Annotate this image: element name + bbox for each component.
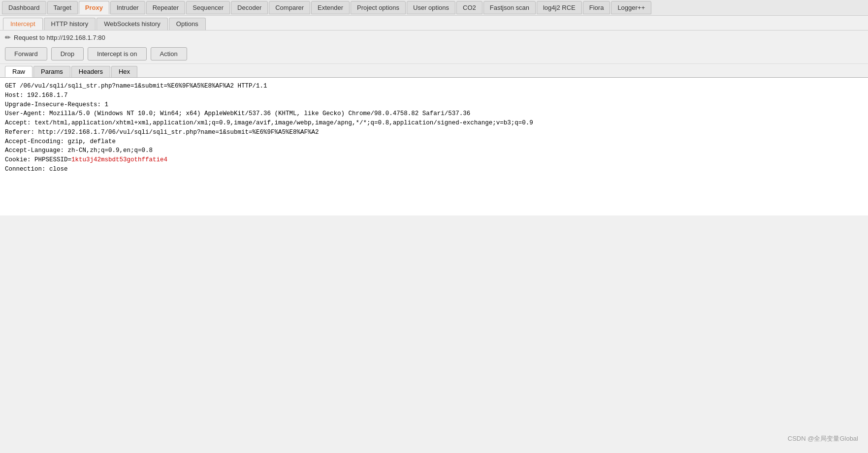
inner-tab-headers[interactable]: Headers xyxy=(71,66,110,77)
top-tab-fiora[interactable]: Fiora xyxy=(583,1,611,14)
action-button[interactable]: Action xyxy=(151,47,187,60)
forward-button[interactable]: Forward xyxy=(5,47,47,60)
action-bar: ForwardDropIntercept is onAction xyxy=(0,44,868,64)
request-line-2: Upgrade-Insecure-Requests: 1 xyxy=(5,100,863,110)
sub-tab-http-history[interactable]: HTTP history xyxy=(44,18,96,30)
request-line-8: Cookie: PHPSESSID=1ktu3j42msbdt53gothffa… xyxy=(5,155,863,165)
top-tab-sequencer[interactable]: Sequencer xyxy=(186,1,230,14)
sub-tab-intercept[interactable]: Intercept xyxy=(3,18,43,30)
request-line-4: Accept: text/html,application/xhtml+xml,… xyxy=(5,119,863,128)
top-tab-co2[interactable]: CO2 xyxy=(456,1,482,14)
top-tab-fastjson-scan[interactable]: Fastjson scan xyxy=(483,1,536,14)
inner-tab-params[interactable]: Params xyxy=(33,66,70,77)
sub-tab-websockets-history[interactable]: WebSockets history xyxy=(96,18,168,30)
inner-tab-hex[interactable]: Hex xyxy=(111,66,137,77)
top-tab-user-options[interactable]: User options xyxy=(407,1,455,14)
top-tab-target[interactable]: Target xyxy=(47,1,78,14)
top-tab-repeater[interactable]: Repeater xyxy=(146,1,185,14)
inner-tab-raw[interactable]: Raw xyxy=(5,66,32,77)
request-line-7: Accept-Language: zh-CN,zh;q=0.9,en;q=0.8 xyxy=(5,146,863,155)
request-info: ✏ Request to http://192.168.1.7:80 xyxy=(0,30,868,44)
request-info-text: Request to http://192.168.1.7:80 xyxy=(14,34,105,41)
top-tab-proxy[interactable]: Proxy xyxy=(79,1,109,14)
top-tab-extender[interactable]: Extender xyxy=(311,1,350,14)
cookie-value: 1ktu3j42msbdt53gothffatie4 xyxy=(71,156,167,163)
top-tab-project-options[interactable]: Project options xyxy=(351,1,406,14)
top-tab-log4j2-rce[interactable]: log4j2 RCE xyxy=(537,1,582,14)
sub-tab-options[interactable]: Options xyxy=(169,18,206,30)
request-body[interactable]: GET /06/vul/sqli/sqli_str.php?name=1&sub… xyxy=(0,78,868,215)
request-line-9: Connection: close xyxy=(5,165,863,174)
cookie-key: Cookie: PHPSESSID= xyxy=(5,156,71,163)
request-line-6: Accept-Encoding: gzip, deflate xyxy=(5,137,863,147)
top-tab-logger++[interactable]: Logger++ xyxy=(611,1,651,14)
request-line-3: User-Agent: Mozilla/5.0 (Windows NT 10.0… xyxy=(5,109,863,119)
sub-tab-bar: InterceptHTTP historyWebSockets historyO… xyxy=(0,16,868,30)
drop-button[interactable]: Drop xyxy=(51,47,84,60)
request-line-5: Referer: http://192.168.1.7/06/vul/sqli/… xyxy=(5,128,863,137)
top-tab-intruder[interactable]: Intruder xyxy=(110,1,145,14)
pencil-icon: ✏ xyxy=(5,33,11,41)
top-tab-dashboard[interactable]: Dashboard xyxy=(2,1,46,14)
top-tab-decoder[interactable]: Decoder xyxy=(231,1,268,14)
inner-tab-bar: RawParamsHeadersHex xyxy=(0,64,868,78)
intercept-button[interactable]: Intercept is on xyxy=(88,47,147,60)
top-tab-comparer[interactable]: Comparer xyxy=(269,1,310,14)
top-tab-bar: DashboardTargetProxyIntruderRepeaterSequ… xyxy=(0,0,868,16)
request-line-0: GET /06/vul/sqli/sqli_str.php?name=1&sub… xyxy=(5,82,863,91)
request-line-1: Host: 192.168.1.7 xyxy=(5,91,863,100)
